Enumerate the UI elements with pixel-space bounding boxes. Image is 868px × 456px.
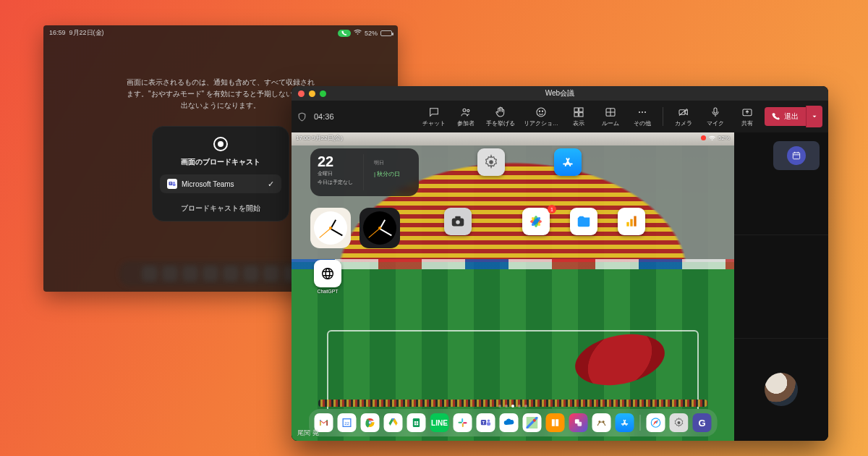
toolbar-divider bbox=[663, 107, 663, 126]
broadcast-title: 画面のブロードキャスト bbox=[153, 157, 289, 167]
share-label: 共有 bbox=[741, 119, 753, 127]
participants-label: 参加者 bbox=[457, 119, 475, 127]
participants-button[interactable]: 参加者 bbox=[451, 105, 480, 129]
svg-point-55 bbox=[603, 421, 604, 423]
svg-rect-12 bbox=[579, 112, 583, 116]
svg-rect-44 bbox=[462, 423, 464, 427]
chat-label: チャット bbox=[422, 119, 446, 127]
chatgpt-app[interactable]: ChatGPT bbox=[310, 260, 345, 294]
status-time: 16:59 bbox=[49, 29, 66, 36]
meeting-elapsed-time: 04:36 bbox=[314, 112, 334, 121]
svg-point-48 bbox=[488, 420, 490, 422]
svg-point-5 bbox=[467, 109, 469, 111]
mic-button[interactable]: マイク bbox=[701, 105, 730, 129]
leave-button-group: 退出 bbox=[765, 106, 822, 127]
call-pill-icon bbox=[338, 30, 351, 37]
dock-goodnotes[interactable]: G bbox=[693, 413, 712, 432]
meeting-toolbar: 04:36 チャット 参加者 手を挙げる リアクショ… 表示 ルーム bbox=[292, 101, 828, 132]
ipad-status-bar: 16:59 9月22日(金) 52% bbox=[43, 25, 398, 38]
share-button[interactable]: 共有 bbox=[733, 105, 762, 129]
svg-point-14 bbox=[639, 111, 640, 112]
more-button[interactable]: その他 bbox=[628, 105, 657, 129]
dock-books[interactable] bbox=[546, 413, 565, 432]
leave-caret-button[interactable] bbox=[806, 106, 822, 127]
wifi-icon bbox=[354, 29, 362, 37]
calendar-widget[interactable]: 22 金曜日 今日は予定なし 明日 | 秋分の日 bbox=[310, 148, 419, 196]
calendar-day-number: 22 bbox=[318, 154, 353, 169]
calendar-icon bbox=[791, 151, 801, 161]
teams-meeting-window: Web会議 04:36 チャット 参加者 手を挙げる リアクショ… 表示 bbox=[292, 86, 828, 441]
clock-widget-dark[interactable] bbox=[359, 208, 400, 248]
participant-slot-2[interactable] bbox=[734, 235, 828, 337]
battery-icon bbox=[380, 30, 392, 36]
view-label: 表示 bbox=[573, 119, 584, 127]
dock-appstore[interactable] bbox=[616, 413, 634, 432]
start-broadcast-button[interactable]: ブロードキャストを開始 bbox=[153, 200, 289, 214]
svg-point-58 bbox=[678, 421, 681, 424]
ipad-dock: 22 LINE T G bbox=[309, 409, 718, 436]
settings-app[interactable] bbox=[474, 148, 509, 176]
leave-label: 退出 bbox=[784, 111, 799, 122]
chat-button[interactable]: チャット bbox=[420, 105, 448, 129]
svg-rect-9 bbox=[574, 108, 578, 111]
dock-sheets[interactable] bbox=[407, 413, 426, 432]
dock-onedrive[interactable] bbox=[500, 413, 519, 432]
participant-slot-1[interactable] bbox=[734, 132, 828, 235]
svg-rect-10 bbox=[579, 108, 583, 111]
leave-button[interactable]: 退出 bbox=[765, 107, 806, 126]
page-indicator[interactable] bbox=[292, 405, 734, 408]
check-icon: ✓ bbox=[268, 180, 274, 189]
svg-rect-59 bbox=[793, 153, 799, 159]
photos-app[interactable]: 1 bbox=[519, 208, 553, 235]
dock-slack[interactable] bbox=[454, 413, 472, 432]
dock-settings[interactable] bbox=[670, 413, 689, 432]
dock-google-calendar[interactable]: 22 bbox=[338, 413, 357, 432]
dock-safari[interactable] bbox=[647, 413, 665, 432]
raise-hand-button[interactable]: 手を挙げる bbox=[483, 105, 518, 129]
calendar-weekday: 金曜日 bbox=[318, 170, 353, 177]
window-titlebar: Web会議 bbox=[292, 86, 828, 101]
status-date: 9月22日(金) bbox=[69, 29, 104, 36]
analytics-app[interactable] bbox=[614, 208, 649, 235]
camera-button[interactable]: カメラ bbox=[669, 105, 698, 129]
dock-teams[interactable]: T bbox=[477, 413, 495, 432]
dock-shortcuts[interactable] bbox=[569, 413, 588, 432]
svg-point-7 bbox=[539, 111, 540, 111]
calendar-holiday: 秋分の日 bbox=[377, 171, 400, 177]
svg-point-6 bbox=[537, 108, 545, 117]
svg-rect-49 bbox=[487, 422, 490, 426]
svg-text:22: 22 bbox=[344, 421, 349, 426]
svg-rect-3 bbox=[173, 184, 176, 186]
reactions-button[interactable]: リアクショ… bbox=[521, 105, 561, 129]
svg-rect-19 bbox=[714, 108, 717, 113]
participants-column bbox=[734, 132, 828, 441]
svg-rect-53 bbox=[577, 422, 582, 426]
files-app[interactable] bbox=[566, 208, 601, 235]
svg-rect-17 bbox=[679, 109, 685, 114]
participant-slot-self[interactable] bbox=[734, 338, 828, 441]
dock-freeform[interactable] bbox=[592, 413, 611, 432]
shared-screen-area[interactable]: 17:00 9月22日(金) 52% 22 金曜日 今 bbox=[292, 132, 734, 441]
dock-drive[interactable] bbox=[384, 413, 403, 432]
camera-label: カメラ bbox=[675, 119, 692, 127]
rooms-button[interactable]: ルーム bbox=[596, 105, 625, 129]
dock-line[interactable]: LINE bbox=[430, 413, 449, 432]
dock-maps[interactable] bbox=[523, 413, 542, 432]
dock-chrome[interactable] bbox=[361, 413, 380, 432]
clock-widget-light[interactable] bbox=[310, 208, 351, 248]
broadcast-app-name: Microsoft Teams bbox=[182, 180, 234, 188]
content-camera-pill[interactable] bbox=[773, 141, 820, 170]
window-title: Web会議 bbox=[292, 88, 828, 98]
shield-icon[interactable] bbox=[297, 111, 307, 122]
view-button[interactable]: 表示 bbox=[564, 105, 593, 129]
appstore-app[interactable] bbox=[550, 148, 585, 176]
presenter-name: 尾関 晃 bbox=[297, 428, 319, 438]
broadcast-card: 画面のブロードキャスト T Microsoft Teams ✓ ブロードキャスト… bbox=[152, 126, 289, 221]
broadcast-app-row[interactable]: T Microsoft Teams ✓ bbox=[160, 174, 281, 193]
camera-app[interactable] bbox=[441, 208, 475, 235]
more-label: その他 bbox=[634, 119, 651, 127]
photos-badge: 1 bbox=[548, 205, 556, 214]
broadcast-warning-text: 画面に表示されるものは、通知も含めて、すべて収録されます。"おやすみモード" を… bbox=[127, 77, 315, 111]
svg-rect-30 bbox=[630, 219, 632, 227]
svg-rect-29 bbox=[626, 222, 629, 227]
